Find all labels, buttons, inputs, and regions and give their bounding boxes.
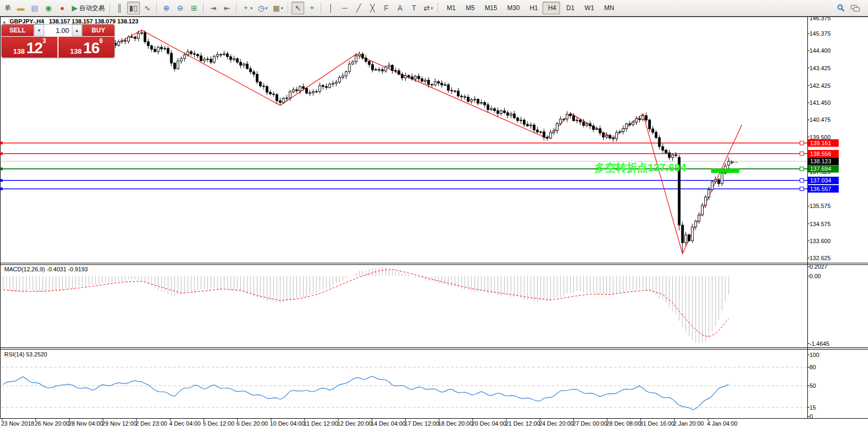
zoom-in-button[interactable]: ⊕ — [160, 2, 173, 14]
bull-candle — [404, 76, 406, 78]
bar-chart-button[interactable]: ║ — [113, 2, 126, 14]
candlestick-chart-button[interactable]: ▮▯ — [127, 2, 140, 14]
volume-spinner: ▼ 1.00 ▲ — [34, 24, 82, 36]
volume-up-button[interactable]: ▲ — [72, 24, 82, 36]
bear-candle — [418, 76, 420, 79]
periods-button[interactable]: ◷▾ — [256, 2, 270, 14]
bull-candle — [708, 190, 710, 197]
templates-glyph: ▦ — [273, 4, 280, 12]
search-icon[interactable] — [834, 2, 847, 14]
fibonacci-button[interactable]: F — [380, 2, 393, 14]
new-order-button-label: 单 — [5, 4, 11, 13]
auto-scroll-button[interactable]: ⇥ — [207, 2, 220, 14]
signals-icon[interactable]: ◉ — [42, 2, 55, 14]
buy-price-button[interactable]: 138 16 6 — [59, 37, 114, 57]
bull-candle — [619, 132, 621, 132]
bull-candle — [286, 98, 288, 98]
arrows-button[interactable]: ⇄▾ — [421, 2, 435, 14]
horizontal-price-lines[interactable] — [0, 141, 807, 190]
volume-value[interactable]: 1.00 — [44, 24, 72, 36]
community-icon[interactable]: ● — [56, 2, 69, 14]
zoom-out-button[interactable]: ⊖ — [174, 2, 187, 14]
timeframe-h4[interactable]: H4 — [542, 2, 560, 14]
bear-candle — [527, 124, 529, 126]
bull-candle — [332, 84, 334, 84]
line-chart-button[interactable]: ∿ — [141, 2, 154, 14]
bull-candle — [701, 205, 703, 215]
bear-candle — [276, 95, 278, 101]
timeframe-m5-label: M5 — [466, 4, 475, 12]
timeframe-m5[interactable]: M5 — [461, 2, 479, 14]
timeframe-w1[interactable]: W1 — [579, 2, 598, 14]
bull-candle — [183, 55, 186, 59]
dropdown-caret-icon[interactable]: ▾ — [251, 6, 253, 11]
toolbar-separator — [236, 3, 237, 13]
volume-down-button[interactable]: ▼ — [34, 24, 44, 36]
horizontal-line-button[interactable]: ─ — [338, 2, 351, 14]
community-icon-glyph: ● — [60, 4, 64, 12]
sell-button[interactable]: SELL — [2, 24, 34, 36]
sell-price-button[interactable]: 138 12 3 — [2, 37, 57, 57]
tile-windows-button[interactable]: ⊞ — [188, 2, 201, 14]
bear-candle — [421, 79, 423, 81]
timeframe-m30[interactable]: M30 — [502, 2, 523, 14]
bear-candle — [464, 97, 466, 97]
new-order-button[interactable]: 单 — [1, 2, 13, 14]
bull-candle — [510, 114, 512, 115]
text-label-button[interactable]: T — [407, 2, 420, 14]
bull-candle — [520, 120, 522, 121]
gold-icon[interactable]: ▬ — [14, 2, 27, 14]
macd-tick-label: 0.00 — [809, 273, 821, 279]
dropdown-caret-icon[interactable]: ▾ — [281, 6, 283, 11]
dropdown-caret-icon[interactable]: ▾ — [265, 6, 268, 11]
chart-shift-button[interactable]: ⇤ — [221, 2, 233, 14]
bull-candle — [177, 61, 179, 69]
chart-canvas[interactable]: 146.375145.375144.400143.425142.425141.4… — [0, 0, 868, 432]
toolbar-separator — [288, 3, 289, 13]
price-pointer-icon — [731, 160, 735, 164]
templates-button[interactable]: ▦▾ — [271, 2, 285, 14]
line-right-handle — [800, 152, 804, 155]
bear-candle — [579, 120, 581, 122]
time-tick-label: 12 Dec 20:00 — [337, 420, 372, 427]
equidistant-channel-glyph: ╳ — [370, 4, 374, 12]
bear-candle — [507, 113, 509, 115]
chat-icon[interactable] — [848, 2, 862, 14]
bear-candle — [131, 37, 133, 37]
market-watch-icon[interactable]: ▤ — [28, 2, 41, 14]
indicators-glyph: ＋ — [242, 3, 249, 13]
bear-candle — [194, 54, 196, 54]
chart-annotations[interactable]: 多空转折点137.694 — [595, 160, 739, 173]
timeframe-mn[interactable]: MN — [599, 2, 618, 14]
text-button[interactable]: A — [394, 2, 406, 14]
indicators-button[interactable]: ＋▾ — [240, 2, 255, 14]
bull-candle — [157, 47, 159, 52]
price-tick-label: 134.575 — [809, 221, 831, 227]
auto-scroll-glyph: ⇥ — [210, 4, 216, 12]
timeframe-d1[interactable]: D1 — [561, 2, 578, 14]
bear-candle — [263, 86, 265, 87]
trendline-button[interactable]: ╱ — [352, 2, 365, 14]
bear-candle — [447, 85, 449, 90]
crosshair-button[interactable]: ＋ — [305, 2, 318, 14]
buy-button[interactable]: BUY — [82, 24, 114, 36]
cursor-button[interactable]: ↖ — [291, 2, 304, 14]
bull-candle — [312, 92, 314, 93]
bear-candle — [457, 91, 460, 96]
equidistant-channel-button[interactable]: ╳ — [366, 2, 379, 14]
timeframe-m1[interactable]: M1 — [441, 2, 460, 14]
vertical-line-button[interactable]: │ — [324, 2, 337, 14]
bear-candle — [249, 69, 252, 72]
time-tick-label: 27 Dec 00:00 — [572, 420, 607, 427]
timeframe-h1[interactable]: H1 — [524, 2, 541, 14]
bull-candle — [315, 92, 318, 92]
rsi-level-lines — [1, 367, 807, 407]
bear-candle — [477, 99, 479, 103]
timeframe-m15[interactable]: M15 — [479, 2, 500, 14]
bear-candle — [428, 80, 430, 85]
dropdown-caret-icon[interactable]: ▾ — [431, 6, 433, 11]
autotrading-button[interactable]: ▶自动交易 — [70, 2, 107, 14]
bear-candle — [371, 64, 373, 70]
bear-candle — [461, 96, 463, 97]
bull-candle — [698, 215, 700, 221]
